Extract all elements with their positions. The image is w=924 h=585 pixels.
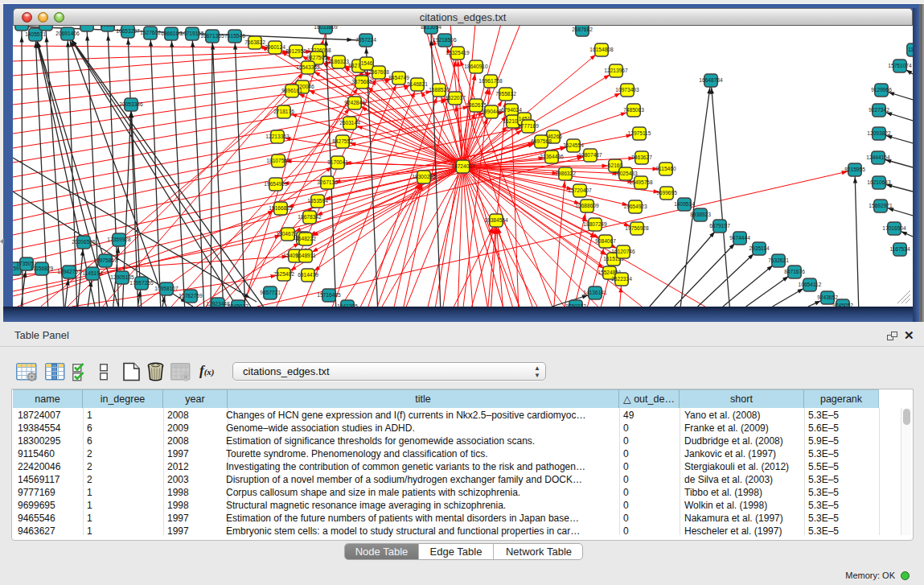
svg-text:19812: 19812: [101, 22, 116, 27]
svg-text:14136141: 14136141: [583, 290, 607, 295]
svg-text:2603144: 2603144: [339, 120, 360, 126]
svg-text:12444154: 12444154: [866, 154, 890, 160]
svg-text:8938923: 8938923: [690, 212, 711, 217]
svg-text:16671355: 16671355: [200, 33, 224, 39]
svg-text:1145194: 1145194: [82, 270, 103, 276]
svg-text:1641205: 1641205: [337, 303, 358, 309]
svg-text:2718176: 2718176: [273, 109, 294, 114]
svg-text:18724007: 18724007: [451, 163, 475, 169]
svg-text:18640910: 18640910: [464, 64, 488, 69]
svg-text:19166825: 19166825: [269, 205, 293, 211]
svg-text:3624554: 3624554: [563, 142, 584, 148]
svg-text:9777169: 9777169: [518, 123, 539, 129]
svg-text:19384554: 19384554: [484, 217, 508, 223]
svg-text:9245012: 9245012: [228, 303, 248, 309]
svg-text:1362615: 1362615: [466, 102, 487, 108]
svg-text:6879197: 6879197: [709, 223, 730, 229]
svg-text:6794024: 6794024: [501, 107, 522, 113]
svg-text:1405571: 1405571: [25, 31, 46, 37]
svg-text:6497568: 6497568: [531, 138, 552, 144]
svg-text:10958107: 10958107: [154, 286, 179, 291]
svg-text:12942757: 12942757: [57, 269, 81, 274]
svg-text:8912955: 8912955: [285, 48, 306, 54]
svg-text:9699695: 9699695: [656, 190, 677, 196]
svg-text:7485063: 7485063: [623, 107, 644, 113]
svg-text:15495758: 15495758: [629, 179, 653, 185]
svg-text:9170041: 9170041: [327, 159, 348, 165]
svg-text:3960124: 3960124: [265, 44, 285, 50]
svg-text:16210643: 16210643: [867, 179, 891, 185]
svg-text:11156829: 11156829: [31, 266, 54, 271]
svg-text:18807249: 18807249: [583, 221, 607, 227]
svg-text:17957255: 17957255: [129, 280, 154, 286]
svg-text:7955812: 7955812: [495, 91, 516, 97]
svg-text:9474444: 9474444: [729, 235, 750, 241]
svg-text:18107553: 18107553: [266, 158, 290, 163]
svg-text:9146821: 9146821: [407, 81, 428, 87]
svg-text:9243652: 9243652: [817, 295, 838, 300]
svg-text:8471676: 8471676: [784, 269, 805, 274]
svg-text:12093822: 12093822: [867, 130, 891, 136]
svg-text:19654923: 19654923: [623, 204, 647, 209]
svg-text:15751074: 15751074: [888, 63, 912, 68]
svg-text:6914479: 6914479: [298, 272, 318, 278]
svg-text:9745052: 9745052: [832, 303, 853, 308]
svg-text:7357224: 7357224: [355, 37, 376, 43]
svg-text:9084067: 9084067: [595, 238, 616, 244]
svg-text:1353594: 1353594: [307, 198, 328, 204]
svg-text:16120746: 16120746: [611, 249, 635, 254]
svg-text:1588520: 1588520: [429, 87, 450, 93]
svg-text:3267130: 3267130: [317, 179, 338, 185]
svg-text:1112: 1112: [908, 47, 919, 52]
svg-text:3875685: 3875685: [351, 79, 372, 84]
svg-text:17359928: 17359928: [107, 237, 131, 242]
svg-text:2522314: 2522314: [611, 276, 632, 282]
svg-text:15692971: 15692971: [869, 203, 893, 208]
svg-text:7515546: 7515546: [224, 33, 245, 39]
svg-text:8215955: 8215955: [844, 167, 865, 172]
svg-text:8813054: 8813054: [421, 24, 441, 30]
svg-text:8322037: 8322037: [445, 95, 466, 101]
svg-text:9463627: 9463627: [631, 154, 652, 160]
svg-text:1648222: 1648222: [295, 236, 316, 241]
svg-text:10653287: 10653287: [116, 28, 140, 34]
svg-text:10654112: 10654112: [799, 282, 822, 287]
svg-text:7632621: 7632621: [768, 257, 789, 263]
svg-text:9227342: 9227342: [869, 107, 889, 113]
svg-text:12975115: 12975115: [628, 130, 651, 136]
svg-text:16961758: 16961758: [478, 78, 503, 84]
svg-text:6966160: 6966160: [161, 31, 182, 36]
svg-text:9115460: 9115460: [655, 166, 676, 171]
svg-text:10975867: 10975867: [93, 257, 117, 263]
svg-text:2935114: 2935114: [749, 245, 770, 251]
svg-text:12923448: 12923448: [206, 301, 230, 307]
svg-text:16154808: 16154808: [589, 47, 614, 52]
svg-text:13325419: 13325419: [446, 50, 470, 56]
svg-text:16033809: 16033809: [314, 24, 338, 30]
svg-text:9750212: 9750212: [565, 303, 586, 309]
svg-text:7986322: 7986322: [555, 171, 576, 176]
svg-text:9896161: 9896161: [281, 88, 302, 93]
svg-text:20206576: 20206576: [72, 239, 96, 245]
svg-text:8454749: 8454749: [388, 75, 409, 80]
svg-text:12905135: 12905135: [110, 274, 134, 280]
svg-text:7663822: 7663822: [244, 39, 265, 45]
svg-text:1167534: 1167534: [889, 246, 910, 252]
svg-text:2367608: 2367608: [368, 69, 389, 75]
svg-text:2687682: 2687682: [572, 27, 593, 32]
svg-text:12213967: 12213967: [604, 68, 628, 73]
svg-text:19756928: 19756928: [625, 225, 649, 231]
svg-text:10025433: 10025433: [614, 171, 638, 176]
svg-text:20053346: 20053346: [119, 101, 143, 107]
svg-text:20691406: 20691406: [55, 31, 80, 36]
svg-text:1546: 1546: [361, 60, 373, 66]
svg-text:16543362: 16543362: [296, 64, 320, 70]
svg-text:9457721: 9457721: [260, 290, 281, 295]
svg-text:10807487: 10807487: [578, 152, 602, 158]
svg-text:19654923: 19654923: [264, 181, 288, 187]
svg-text:1648911: 1648911: [295, 253, 316, 258]
svg-text:1527602: 1527602: [140, 30, 161, 35]
svg-text:18300295: 18300295: [412, 174, 436, 179]
svg-text:19218506: 19218506: [433, 37, 457, 43]
svg-text:15716485: 15716485: [317, 292, 341, 298]
